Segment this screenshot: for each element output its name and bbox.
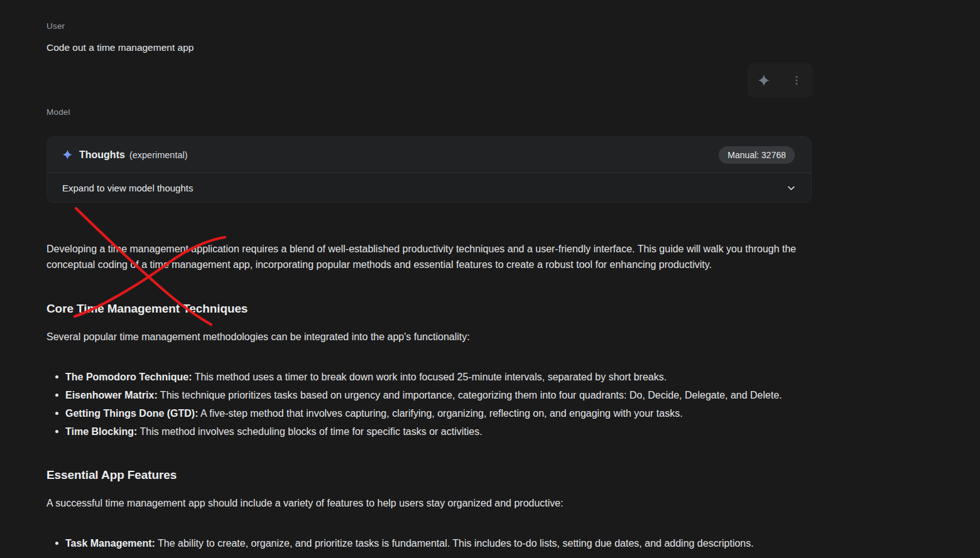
features-list: Task Management: The ability to create, … bbox=[46, 535, 800, 554]
app-background: User Code out a time management app Mode… bbox=[0, 0, 980, 558]
list-text: A five-step method that involves capturi… bbox=[200, 408, 683, 419]
list-text: This method uses a timer to break down w… bbox=[195, 372, 667, 382]
section-heading-essential-features: Essential App Features bbox=[46, 468, 177, 482]
section-heading-core-techniques: Core Time Management Techniques bbox=[46, 302, 248, 316]
model-response: Developing a time management application… bbox=[46, 0, 812, 558]
list-text: The ability to create, organize, and pri… bbox=[158, 538, 754, 549]
list-term: Time Blocking: bbox=[65, 426, 137, 437]
list-item: Getting Things Done (GTD): A five-step m… bbox=[46, 405, 800, 421]
list-term: Eisenhower Matrix: bbox=[65, 390, 158, 400]
list-item: Time Blocking: This method involves sche… bbox=[46, 424, 800, 439]
list-text: This method involves scheduling blocks o… bbox=[140, 426, 482, 437]
list-term: Getting Things Done (GTD): bbox=[65, 408, 199, 419]
section-lead: A successful time management app should … bbox=[46, 495, 800, 511]
list-text: This technique prioritizes tasks based o… bbox=[160, 390, 782, 400]
list-item: The Pomodoro Technique: This method uses… bbox=[46, 369, 800, 385]
intro-paragraph: Developing a time management application… bbox=[46, 241, 800, 272]
list-item: Eisenhower Matrix: This technique priori… bbox=[46, 387, 800, 403]
list-item: Task Management: The ability to create, … bbox=[46, 535, 800, 551]
list-term: The Pomodoro Technique: bbox=[65, 372, 192, 382]
techniques-list: The Pomodoro Technique: This method uses… bbox=[46, 369, 800, 442]
list-term: Task Management: bbox=[65, 538, 155, 549]
section-lead: Several popular time management methodol… bbox=[46, 329, 800, 345]
